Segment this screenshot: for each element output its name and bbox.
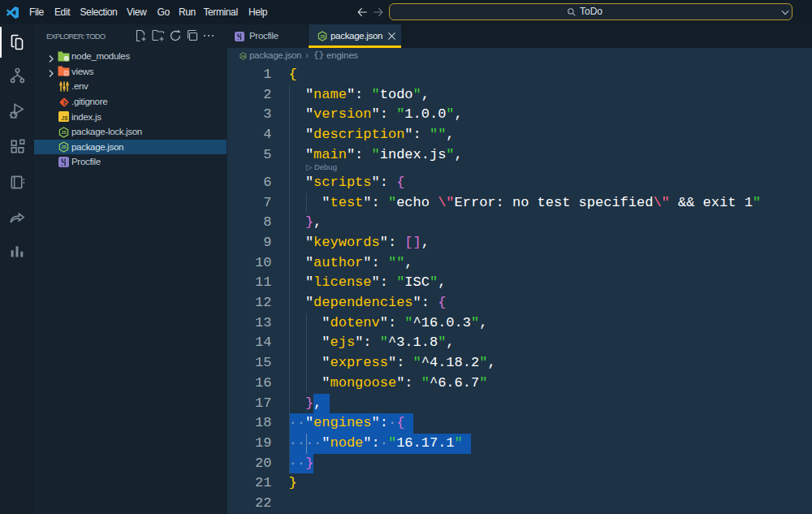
svg-text:JS: JS [61,130,67,135]
svg-text:JS: JS [61,145,67,150]
svg-text:JS: JS [320,34,326,39]
svg-text:JS: JS [241,54,245,58]
svg-text:JS: JS [62,115,69,121]
